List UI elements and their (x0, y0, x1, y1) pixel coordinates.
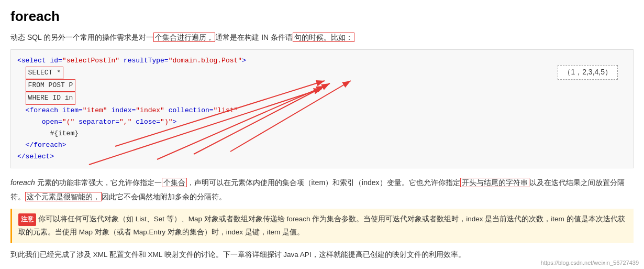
foreach-italic: foreach (10, 178, 35, 187)
code-block: <select id="selectPostIn" resultType="do… (10, 49, 634, 168)
desc-paragraph: foreach 元素的功能非常强大，它允许你指定一个集合，声明可以在元素体内使用… (10, 176, 634, 203)
where-id-in-highlight: WHERE ID in (26, 92, 76, 104)
desc-highlight3: 这个元素是很智能的， (25, 192, 102, 201)
url-watermark: https://blog.csdn.net/weixin_56727439 (541, 260, 639, 266)
desc-text5: 因此它不会偶然地附加多余的分隔符。 (102, 192, 226, 201)
intro-highlight2: 句的时候。比如： (293, 33, 354, 42)
desc-text3: ，声明可以在元素体内使用的集合项（item）和索引（index）变量。它也允许你… (187, 178, 460, 187)
select-star-highlight: SELECT * (26, 67, 63, 79)
code-diagram: <select id="selectPostIn" resultType="do… (10, 49, 634, 168)
desc-text2: 元素的功能非常强大，它允许你指定一 (35, 178, 162, 187)
note-text: 你可以将任何可迭代对象（如 List、Set 等）、Map 对象或者数组对象传递… (18, 215, 625, 236)
page-title: foreach (10, 8, 634, 25)
intro-paragraph: 动态 SQL 的另外一个常用的操作需求是对一个集合进行遍历，通常是在构建 IN … (10, 31, 634, 44)
code-line-5: <foreach item="item" index="index" colle… (17, 105, 627, 116)
code-line-6: open="(" separator="," close=")"> (17, 116, 627, 128)
from-post-highlight: FROM POST P (26, 79, 76, 92)
code-line-2: SELECT * (17, 67, 627, 79)
note-label: 注意 (18, 213, 36, 226)
intro-text-before: 动态 SQL 的另外一个常用的操作需求是对一 (10, 33, 153, 41)
footer-paragraph: 到此我们已经完成了涉及 XML 配置文件和 XML 映射文件的讨论。下一章将详细… (10, 248, 634, 262)
code-line-8: </foreach> (17, 139, 627, 151)
code-line-4: WHERE ID in (17, 92, 627, 104)
desc-highlight2: 开头与结尾的字符串 (460, 178, 529, 187)
callout-values: （1，2,3,4,5） (558, 65, 618, 80)
desc-highlight1: 个集合 (162, 178, 187, 187)
code-line-3: FROM POST P (17, 79, 627, 92)
code-line-7: #{item} (17, 128, 627, 139)
code-line-9: </select> (17, 151, 627, 163)
intro-highlight1: 个集合进行遍历， (153, 33, 215, 42)
note-block: 注意你可以将任何可迭代对象（如 List、Set 等）、Map 对象或者数组对象… (10, 209, 634, 243)
code-line-1: <select id="selectPostIn" resultType="do… (17, 55, 627, 67)
intro-text-middle: 通常是在构建 IN 条件语 (215, 33, 293, 41)
